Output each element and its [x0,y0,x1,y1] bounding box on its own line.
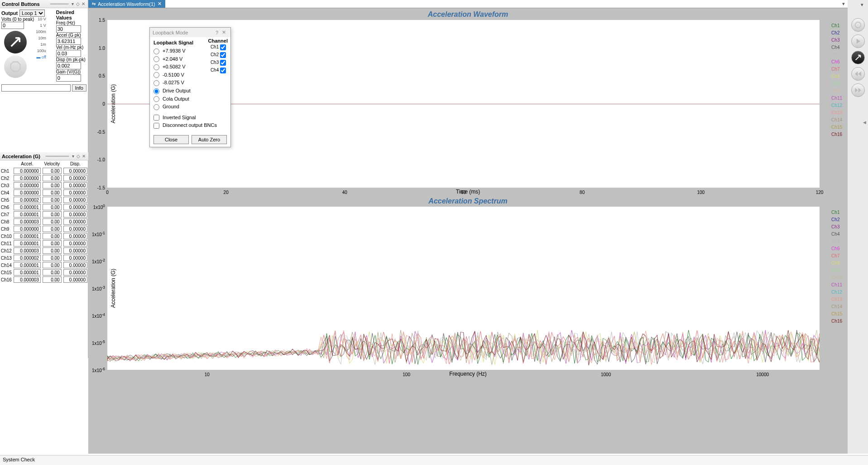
loop-select[interactable]: Loop 1 [19,10,45,17]
channel-checkbox[interactable]: Ch2 [208,51,228,59]
legend-item[interactable]: Ch5 [831,51,842,58]
legend-item[interactable]: Ch1 [831,209,842,216]
legend-item[interactable]: Ch15 [831,310,842,318]
desired-input-4[interactable] [56,74,81,82]
dialog-close-button[interactable]: Close [153,135,189,144]
table-row: Ch10 0.000001 0.00 0.00000 [0,232,88,240]
dialog-title: Loopback Mode [153,30,214,35]
rightbar-forward-button[interactable] [851,83,865,97]
legend-item[interactable]: Ch4 [831,44,842,51]
legend-item[interactable]: Ch3 [831,37,842,44]
legend-item[interactable]: Ch12 [831,102,842,109]
legend-item[interactable]: Ch11 [831,95,842,102]
control-panel-header: Control Buttons ▪▪▪▪▪▪▪▪▪▪▪▪▪▪▪▪▪▪▪▪▪▪ ▾… [0,0,88,8]
legend-item[interactable]: Ch6 [831,58,842,66]
desired-label: Accel (G pk) [56,33,86,38]
legend-item[interactable]: Ch16 [831,318,842,325]
disconnect-checkbox[interactable]: Disconnect output BNCs [153,121,227,130]
panel-pin-icon[interactable]: ◇ [75,1,81,6]
channel-checkbox[interactable]: Ch4 [208,67,228,74]
legend-item[interactable]: Ch3 [831,223,842,231]
link-icon: ⇆ [92,1,96,6]
table-row: Ch3 0.000000 0.00 0.00000 [0,182,88,189]
dialog-close-icon[interactable]: ✕ [220,29,228,35]
rightbar-run-button[interactable] [851,51,865,64]
table-row: Ch16 0.000003 0.00 0.00000 [0,276,88,283]
table-row: Ch4 0.000000 0.00 0.00000 [0,189,88,196]
legend-item[interactable]: Ch9 [831,267,842,274]
signal-radio[interactable]: Drive Output [153,87,227,95]
channel-checkbox[interactable]: Ch3 [208,59,228,67]
legend-item[interactable]: Ch14 [831,116,842,124]
volts-label: Volts (0 to peak) [1,17,34,22]
panel-dropdown-icon[interactable]: ▾ [70,154,76,159]
table-row: Ch11 0.000001 0.00 0.00000 [0,240,88,247]
legend-item[interactable]: Ch11 [831,281,842,289]
info-button[interactable]: Info [72,84,86,92]
dialog-autozero-button[interactable]: Auto Zero [192,135,227,144]
desired-label: Vel (m-Hz pk) [56,45,86,50]
tab-acceleration-waveform[interactable]: ⇆ Acceleration Waveform(1) ✕ [88,0,165,8]
inverted-checkbox[interactable]: Inverted Signal [153,114,227,122]
legend-item[interactable]: Ch2 [831,29,842,37]
legend-item[interactable]: Ch8 [831,73,842,80]
table-row: Ch12 0.000003 0.00 0.00000 [0,247,88,254]
signal-radio[interactable]: -8.0275 V [153,79,227,87]
channel-checkbox[interactable]: Ch1 [208,44,228,51]
run-button[interactable] [4,31,27,53]
legend-item[interactable]: Ch13 [831,296,842,303]
gain-scale[interactable]: 10 V 1 V 100m 10m 1m 100u ▬ off [36,17,46,80]
rightbar-menu-icon[interactable]: ▾ [858,1,866,9]
legend-item[interactable]: Ch12 [831,289,842,296]
table-row: Ch2 0.000000 0.00 0.00000 [0,174,88,182]
legend-item[interactable]: Ch14 [831,303,842,310]
signal-radio[interactable]: Cola Output [153,95,227,103]
tabbar-menu-icon[interactable]: ▾ [839,0,848,8]
desired-input-1[interactable] [56,38,81,45]
tab-close-icon[interactable]: ✕ [158,1,162,7]
desired-label: Freq (Hz) [56,20,86,25]
desired-input-0[interactable] [56,25,81,33]
signal-radio[interactable]: Ground [153,103,227,111]
rightbar-play-button[interactable] [851,34,865,48]
info-input[interactable] [1,84,71,92]
legend-item[interactable]: Ch9 [831,80,842,87]
desired-label: Gain (V/(G)) [56,69,86,74]
desired-input-2[interactable] [56,50,81,57]
legend-item[interactable]: Ch10 [831,274,842,281]
legend-item[interactable]: Ch7 [831,66,842,73]
legend-item[interactable]: Ch16 [831,131,842,138]
desired-label: Disp (m pk-pk) [56,57,86,62]
legend-item[interactable]: Ch8 [831,260,842,267]
rightbar-rewind-button[interactable] [851,67,865,81]
legend-item[interactable]: Ch7 [831,252,842,260]
volts-input[interactable] [1,22,24,29]
panel-pin-icon[interactable]: ◇ [76,154,81,159]
chart-spectrum-title: Acceleration Spectrum [89,196,847,207]
panel-close-icon[interactable]: ✕ [81,1,86,6]
panel-close-icon[interactable]: ✕ [81,154,86,159]
chart-waveform-title: Acceleration Waveform [89,9,847,20]
table-row: Ch14 0.000001 0.00 0.00000 [0,262,88,269]
rightbar-stop-button[interactable] [851,18,865,32]
status-bar: System Check [0,455,868,465]
accel-panel-header: Acceleration (G) ▪▪▪▪▪▪▪▪▪▪▪▪▪▪▪▪▪▪▪▪▪▪▪… [0,152,88,160]
chart-spectrum[interactable]: Acceleration (G) 1x1001x10-11x10-21x10-3… [107,207,820,370]
control-panel-title: Control Buttons [2,1,49,7]
legend-item[interactable]: Ch2 [831,216,842,223]
legend-item[interactable]: Ch13 [831,109,842,116]
table-row: Ch6 0.000001 0.00 0.00000 [0,203,88,211]
table-row: Ch7 0.000001 0.00 0.00000 [0,211,88,218]
dialog-help-icon[interactable]: ? [214,30,220,35]
table-row: Ch8 0.000003 0.00 0.00000 [0,218,88,225]
stop-button[interactable] [4,55,27,78]
legend-item[interactable]: Ch10 [831,87,842,95]
desired-input-3[interactable] [56,62,81,69]
legend-item[interactable]: Ch4 [831,231,842,238]
panel-dropdown-icon[interactable]: ▾ [70,1,75,6]
legend-item[interactable]: Ch6 [831,245,842,252]
rightbar-expand-icon[interactable]: ◀ [863,120,866,125]
legend-item[interactable]: Ch1 [831,22,842,29]
legend-item[interactable]: Ch15 [831,124,842,131]
legend-item[interactable]: Ch5 [831,238,842,245]
